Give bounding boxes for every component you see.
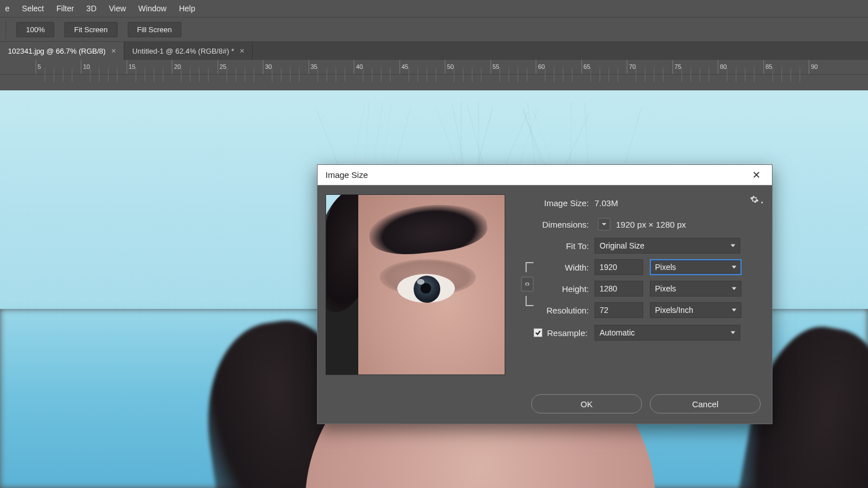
ruler-number: 20 <box>174 63 181 70</box>
options-bar: 100% Fit Screen Fill Screen <box>0 17 868 42</box>
menu-item[interactable]: Filter <box>51 1 79 16</box>
document-tab-bar: 102341.jpg @ 66.7% (RGB/8) × Untitled-1 … <box>0 42 868 60</box>
image-size-value: 7.03M <box>594 198 618 208</box>
horizontal-ruler[interactable]: 51015202530354045505560657075808590 <box>0 60 868 75</box>
ruler-number: 55 <box>493 63 500 70</box>
width-units-select[interactable]: Pixels <box>650 259 741 275</box>
menu-item[interactable]: View <box>104 1 131 16</box>
resample-select[interactable]: Automatic <box>594 325 740 341</box>
menu-item[interactable]: e <box>0 1 15 16</box>
ruler-number: 60 <box>538 63 545 70</box>
resolution-input[interactable] <box>594 302 643 318</box>
ruler-number: 35 <box>311 63 318 70</box>
cancel-button[interactable]: Cancel <box>650 394 761 413</box>
document-tab[interactable]: 102341.jpg @ 66.7% (RGB/8) × <box>0 42 124 60</box>
resample-label: Resample: <box>547 328 594 338</box>
ruler-number: 30 <box>265 63 272 70</box>
width-input[interactable] <box>594 259 643 275</box>
document-tab[interactable]: Untitled-1 @ 62.4% (RGB/8#) * × <box>124 42 253 60</box>
image-size-dialog: Image Size ✕ Image Size: 7.03M <box>317 164 772 424</box>
image-preview[interactable] <box>326 194 505 375</box>
menu-bar: e Select Filter 3D View Window Help <box>0 0 868 17</box>
ruler-number: 45 <box>402 63 409 70</box>
dialog-title: Image Size <box>326 170 368 180</box>
width-label: Width: <box>538 263 594 272</box>
dialog-titlebar[interactable]: Image Size ✕ <box>318 165 772 185</box>
constrain-proportions <box>521 261 541 307</box>
tab-label: Untitled-1 @ 62.4% (RGB/8#) * <box>132 47 234 55</box>
height-input[interactable] <box>594 281 643 297</box>
ruler-number: 5 <box>38 63 41 70</box>
menu-item[interactable]: Help <box>174 1 201 16</box>
ruler-number: 90 <box>811 63 818 70</box>
fit-screen-button[interactable]: Fit Screen <box>64 22 117 37</box>
ruler-number: 40 <box>356 63 363 70</box>
height-label: Height: <box>538 284 594 294</box>
height-units-select[interactable]: Pixels <box>650 281 741 297</box>
fit-to-select[interactable]: Original Size <box>594 238 740 254</box>
link-icon[interactable] <box>521 277 533 291</box>
ruler-number: 25 <box>220 63 227 70</box>
resolution-units-select[interactable]: Pixels/Inch <box>650 302 741 318</box>
menu-item[interactable]: Window <box>133 1 172 16</box>
close-button[interactable]: ✕ <box>749 167 764 184</box>
resolution-label: Resolution: <box>538 306 594 315</box>
ruler-number: 65 <box>584 63 591 70</box>
ruler-number: 15 <box>129 63 136 70</box>
dimensions-dropdown-icon[interactable] <box>598 218 610 230</box>
ruler-number: 10 <box>83 63 90 70</box>
fill-screen-button[interactable]: Fill Screen <box>128 22 181 37</box>
fit-to-label: Fit To: <box>521 241 594 251</box>
gear-icon[interactable] <box>748 193 761 206</box>
dimensions-label: Dimensions: <box>521 220 594 229</box>
resample-checkbox[interactable] <box>533 328 542 337</box>
dimensions-value: 1920 px × 1280 px <box>616 220 686 229</box>
menu-item[interactable]: Select <box>17 1 49 16</box>
ruler-number: 70 <box>629 63 636 70</box>
close-icon[interactable]: × <box>111 46 116 55</box>
menu-item[interactable]: 3D <box>81 1 102 16</box>
zoom-100-button[interactable]: 100% <box>16 22 54 37</box>
image-size-label: Image Size: <box>521 198 594 208</box>
ruler-number: 75 <box>675 63 682 70</box>
close-icon[interactable]: × <box>240 46 244 55</box>
tab-label: 102341.jpg @ 66.7% (RGB/8) <box>8 47 106 55</box>
ruler-number: 85 <box>766 63 772 70</box>
ok-button[interactable]: OK <box>531 394 642 413</box>
separator <box>6 20 6 38</box>
ruler-number: 50 <box>447 63 454 70</box>
ruler-number: 80 <box>720 63 727 70</box>
